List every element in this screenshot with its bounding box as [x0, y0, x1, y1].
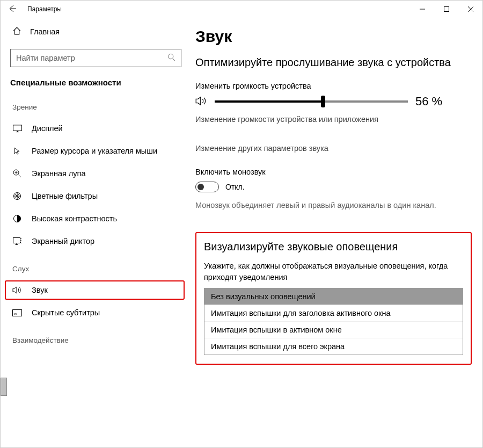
- window-title: Параметры: [27, 5, 62, 13]
- maximize-button[interactable]: [434, 1, 458, 18]
- optimize-heading: Оптимизируйте прослушивание звука с устр…: [195, 55, 472, 70]
- group-vision-label: Зрение: [1, 92, 191, 115]
- sidebar-item-display[interactable]: Дисплей: [1, 119, 191, 138]
- link-app-volume[interactable]: Изменение громкости устройства или прило…: [195, 115, 472, 124]
- svg-line-5: [173, 59, 175, 61]
- sidebar-item-captions[interactable]: cc Скрытые субтитры: [1, 303, 191, 322]
- sidebar-item-cursor[interactable]: Размер курсора и указателя мыши: [1, 141, 191, 161]
- slider-thumb[interactable]: [321, 96, 325, 107]
- visual-alerts-section: Визуализируйте звуковые оповещения Укажи…: [195, 232, 472, 365]
- sidebar-item-high-contrast[interactable]: Высокая контрастность: [1, 209, 191, 228]
- sidebar-item-narrator[interactable]: Экранный диктор: [1, 232, 191, 251]
- sidebar-item-label: Высокая контрастность: [32, 214, 117, 223]
- mono-note: Монозвук объединяет левый и правый аудио…: [195, 200, 453, 211]
- dropdown-option[interactable]: Имитация вспышки для всего экрана: [204, 338, 463, 355]
- group-hearing-label: Слух: [1, 254, 191, 277]
- svg-rect-19: [13, 237, 20, 243]
- svg-rect-6: [13, 125, 21, 130]
- category-title: Специальные возможности: [1, 77, 191, 92]
- narrator-icon: [12, 237, 22, 245]
- home-icon: [12, 26, 21, 37]
- search-input[interactable]: [10, 49, 181, 67]
- cursor-icon: [12, 147, 22, 155]
- sidebar-item-label: Экранный диктор: [32, 237, 94, 245]
- visual-alerts-desc: Укажите, как должны отображаться визуаль…: [204, 261, 463, 283]
- search-field[interactable]: [16, 54, 167, 62]
- dropdown-option[interactable]: Имитация вспышки для заголовка активного…: [204, 305, 463, 321]
- sidebar-item-label: Размер курсора и указателя мыши: [32, 147, 157, 155]
- page-title: Звук: [195, 27, 472, 46]
- svg-point-4: [168, 54, 173, 59]
- color-filter-icon: [12, 192, 22, 200]
- sidebar-item-label: Цветные фильтры: [32, 192, 98, 200]
- captions-icon: cc: [12, 309, 22, 316]
- back-icon[interactable]: [8, 4, 17, 15]
- mono-toggle[interactable]: [195, 182, 219, 192]
- sidebar-item-home[interactable]: Главная: [1, 22, 191, 41]
- dropdown-option[interactable]: Имитация вспышки в активном окне: [204, 321, 463, 338]
- sidebar-item-label: Экранная лупа: [32, 169, 85, 178]
- toggle-state: Откл.: [225, 183, 245, 191]
- svg-line-12: [18, 175, 21, 177]
- minimize-button[interactable]: [410, 1, 434, 18]
- display-icon: [12, 125, 22, 133]
- speaker-icon: [195, 96, 207, 108]
- sidebar-item-magnifier[interactable]: Экранная лупа: [1, 164, 191, 183]
- scrollbar[interactable]: [1, 18, 4, 447]
- dropdown-option[interactable]: Без визуальных оповещений: [204, 288, 463, 305]
- sidebar: Главная Специальные возможности Зрение Д…: [1, 18, 191, 447]
- volume-slider[interactable]: [215, 100, 408, 103]
- audio-icon: [12, 286, 22, 294]
- sidebar-item-audio[interactable]: Звук: [5, 280, 185, 300]
- close-button[interactable]: [458, 1, 482, 18]
- link-other-sound[interactable]: Изменение других параметров звука: [195, 144, 472, 153]
- volume-label: Изменить громкость устройства: [195, 82, 472, 90]
- search-icon: [167, 53, 175, 63]
- sidebar-item-label: Дисплей: [32, 124, 63, 133]
- sidebar-item-label: Скрытые субтитры: [32, 308, 100, 317]
- content: Звук Оптимизируйте прослушивание звука с…: [191, 18, 482, 447]
- svg-rect-1: [444, 7, 449, 12]
- titlebar: Параметры: [1, 1, 482, 18]
- sidebar-item-label: Главная: [30, 27, 60, 36]
- visual-alerts-heading: Визуализируйте звуковые оповещения: [204, 241, 463, 253]
- magnifier-icon: [12, 169, 22, 178]
- mono-label: Включить монозвук: [195, 168, 472, 176]
- contrast-icon: [12, 214, 22, 223]
- scroll-thumb[interactable]: [1, 378, 7, 396]
- sidebar-item-label: Звук: [32, 286, 48, 294]
- svg-text:cc: cc: [14, 311, 17, 315]
- volume-percent: 56 %: [415, 95, 442, 109]
- visual-alerts-dropdown[interactable]: Без визуальных оповещений Имитация вспыш…: [204, 288, 463, 355]
- group-interaction-label: Взаимодействие: [1, 326, 191, 349]
- sidebar-item-color-filters[interactable]: Цветные фильтры: [1, 186, 191, 206]
